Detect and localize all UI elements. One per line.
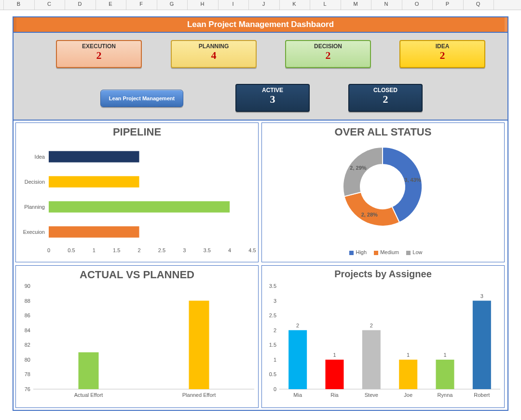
chart-overall-legend: High Medium Low xyxy=(262,249,504,255)
svg-text:1: 1 xyxy=(443,352,446,358)
card-execution: EXECUTION 2 xyxy=(56,40,142,68)
svg-text:3: 3 xyxy=(183,247,186,253)
card-planning: PLANNING 4 xyxy=(171,40,257,68)
svg-rect-48 xyxy=(79,352,99,389)
card-idea-value: 2 xyxy=(400,49,484,62)
svg-text:2: 2 xyxy=(296,323,299,328)
svg-text:0.5: 0.5 xyxy=(68,247,75,253)
svg-text:0.5: 0.5 xyxy=(269,371,276,377)
card-active-label: ACTIVE xyxy=(236,85,309,94)
svg-text:1.5: 1.5 xyxy=(269,342,276,348)
svg-text:Robert: Robert xyxy=(474,392,490,398)
svg-rect-72 xyxy=(326,360,344,389)
card-decision-label: DECISION xyxy=(286,41,370,50)
svg-rect-78 xyxy=(399,360,417,389)
svg-text:4: 4 xyxy=(228,247,231,253)
chart-overall-status: OVER ALL STATUS 3, 43%2, 28%2, 29% High … xyxy=(261,122,505,262)
svg-text:2, 28%: 2, 28% xyxy=(361,212,378,217)
svg-text:0: 0 xyxy=(47,247,50,253)
svg-rect-24 xyxy=(49,201,230,212)
svg-text:Steve: Steve xyxy=(365,392,378,398)
svg-text:Joe: Joe xyxy=(404,392,412,398)
svg-text:3.5: 3.5 xyxy=(204,247,211,253)
svg-text:1.5: 1.5 xyxy=(113,247,120,253)
svg-text:2.5: 2.5 xyxy=(158,247,165,253)
chart-overall-plot: 3, 43%2, 28%2, 29% xyxy=(262,138,503,240)
svg-text:3: 3 xyxy=(480,293,483,299)
svg-text:3: 3 xyxy=(274,298,276,304)
card-decision-value: 2 xyxy=(286,49,370,62)
svg-rect-26 xyxy=(49,226,139,237)
svg-rect-69 xyxy=(288,330,307,389)
svg-rect-81 xyxy=(436,360,454,389)
svg-text:2.5: 2.5 xyxy=(269,312,276,318)
chart-avp-title: ACTUAL VS PLANNED xyxy=(16,266,258,281)
card-closed: CLOSED 2 xyxy=(348,84,423,112)
chart-assignee-plot: 00.511.522.533.5Mia2Ria1Steve2Joe1Rynna1… xyxy=(262,282,503,406)
svg-text:1: 1 xyxy=(93,247,96,253)
svg-text:1: 1 xyxy=(333,352,336,358)
svg-text:90: 90 xyxy=(25,283,30,289)
svg-text:Planning: Planning xyxy=(24,204,45,210)
svg-text:88: 88 xyxy=(25,298,30,304)
chart-overall-title: OVER ALL STATUS xyxy=(262,123,504,138)
svg-text:78: 78 xyxy=(25,371,30,377)
kpi-card-area: EXECUTION 2 PLANNING 4 DECISION 2 IDEA 2… xyxy=(14,33,507,121)
svg-text:Execuion: Execuion xyxy=(23,229,45,235)
card-closed-value: 2 xyxy=(349,93,422,106)
card-planning-label: PLANNING xyxy=(172,41,256,50)
svg-text:2: 2 xyxy=(370,323,373,328)
svg-rect-22 xyxy=(49,176,139,187)
svg-text:4.5: 4.5 xyxy=(248,247,256,253)
svg-rect-20 xyxy=(49,151,139,162)
spreadsheet-column-header: BCDEFGHIJKLMNOPQ xyxy=(0,0,521,10)
svg-text:Idea: Idea xyxy=(35,154,45,160)
svg-text:80: 80 xyxy=(25,357,30,363)
svg-text:2: 2 xyxy=(137,247,140,253)
card-planning-value: 4 xyxy=(172,49,256,62)
svg-rect-84 xyxy=(473,301,491,389)
dashboard-frame: Lean Project Management Dashbaord EXECUT… xyxy=(13,16,508,411)
card-execution-label: EXECUTION xyxy=(57,41,141,50)
card-active: ACTIVE 3 xyxy=(235,84,310,112)
chart-pipeline-title: PIPELINE xyxy=(16,123,258,138)
chart-pipeline: PIPELINE 00.511.522.533.544.5IdeaDecisio… xyxy=(15,122,259,262)
svg-text:2: 2 xyxy=(274,327,276,333)
svg-text:Actual Effort: Actual Effort xyxy=(74,392,103,398)
chart-assignee-title: Projects by Assignee xyxy=(262,266,504,280)
chart-avp-plot: 7678808284868890Actual EffortPlanned Eff… xyxy=(16,282,257,406)
svg-text:Ria: Ria xyxy=(330,392,339,398)
svg-text:86: 86 xyxy=(25,312,30,318)
svg-text:Decision: Decision xyxy=(25,179,45,185)
lean-project-management-button[interactable]: Lean Project Management xyxy=(100,90,183,107)
legend-label-medium: Medium xyxy=(380,249,399,255)
card-execution-value: 2 xyxy=(57,49,141,62)
card-closed-label: CLOSED xyxy=(349,85,422,94)
svg-text:1: 1 xyxy=(407,352,410,358)
svg-text:84: 84 xyxy=(25,327,30,333)
svg-text:Planned Effort: Planned Effort xyxy=(182,392,216,398)
svg-text:3.5: 3.5 xyxy=(269,283,276,289)
legend-swatch-low xyxy=(406,251,411,255)
dashboard-title: Lean Project Management Dashbaord xyxy=(14,17,507,33)
svg-text:Mia: Mia xyxy=(293,392,302,398)
svg-rect-75 xyxy=(362,330,381,389)
chart-actual-vs-planned: ACTUAL VS PLANNED 7678808284868890Actual… xyxy=(15,265,259,408)
legend-label-low: Low xyxy=(412,249,422,255)
svg-text:3, 43%: 3, 43% xyxy=(404,177,421,183)
svg-text:2, 29%: 2, 29% xyxy=(350,165,366,171)
legend-swatch-medium xyxy=(374,251,378,255)
legend-swatch-high xyxy=(349,251,354,255)
svg-text:76: 76 xyxy=(25,386,30,392)
svg-text:1: 1 xyxy=(274,357,276,363)
chart-assignee: Projects by Assignee 00.511.522.533.5Mia… xyxy=(261,265,505,408)
legend-label-high: High xyxy=(356,249,367,255)
chart-pipeline-plot: 00.511.522.533.544.5IdeaDecisionPlanning… xyxy=(16,139,257,260)
card-active-value: 3 xyxy=(236,93,309,106)
svg-text:0: 0 xyxy=(274,386,276,392)
card-idea: IDEA 2 xyxy=(399,40,485,68)
card-decision: DECISION 2 xyxy=(285,40,371,68)
svg-text:Rynna: Rynna xyxy=(438,392,453,398)
card-idea-label: IDEA xyxy=(400,41,484,50)
svg-rect-50 xyxy=(189,301,209,389)
